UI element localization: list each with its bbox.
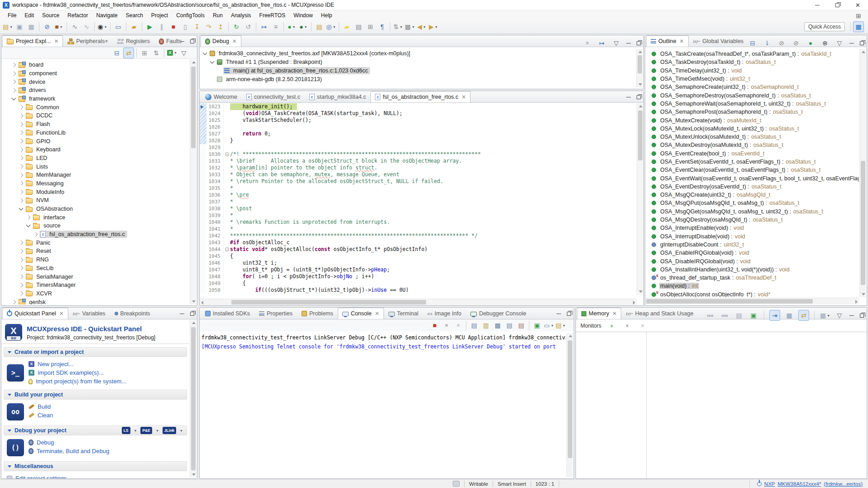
quickstart-build[interactable]: Build <box>29 403 53 410</box>
code-line-1029[interactable]: 1029 <box>200 144 637 151</box>
explorer-item-framework[interactable]: framework <box>1 95 189 103</box>
explorer-item-gpio[interactable]: GPIO <box>1 137 189 145</box>
menu-navigate[interactable]: Navigate <box>92 11 121 19</box>
quickstart-tab-breakpoints[interactable]: Breakpoints <box>110 308 155 319</box>
console-scrollbar[interactable] <box>566 333 573 477</box>
menu-refactor[interactable]: Refactor <box>63 11 92 19</box>
explorer-item-keyboard[interactable]: Keyboard <box>1 145 189 154</box>
explorer-item-source[interactable]: source <box>1 222 189 230</box>
explorer-view-menu-button[interactable]: ▽ <box>178 48 189 58</box>
memory-link-tree-button[interactable]: ⇥ <box>769 310 780 321</box>
toolbar-terminate-button[interactable]: ■ <box>168 21 179 32</box>
toolbar-mark-occurrences-button[interactable]: ▰ <box>341 21 352 32</box>
toolbar-sort-lines-button[interactable]: ⇅▼ <box>393 21 403 32</box>
outline-item-osa-semaphoredestroy-osasemaphoreid-t-[interactable]: OSA_SemaphoreDestroy(osaSemaphoreId_t) :… <box>645 91 859 99</box>
console-tab-debugger-console[interactable]: Debugger Console <box>466 308 531 319</box>
toolbar-relaunch-button[interactable]: ↺ <box>243 21 254 32</box>
editor-hscrollbar[interactable] <box>200 299 637 305</box>
chevron-right-icon[interactable] <box>19 291 24 296</box>
chevron-right-icon[interactable] <box>19 114 24 118</box>
toolbar-open-element-button[interactable]: ▤ <box>314 21 325 32</box>
chevron-right-icon[interactable] <box>19 122 24 126</box>
explorer-item-messaging[interactable]: Messaging <box>1 179 189 188</box>
console-tab-image-info[interactable]: 010Image Info <box>423 308 466 319</box>
minimize-view-icon[interactable] <box>625 93 632 101</box>
toolbar-instruction-stepping-button[interactable]: ↦ <box>259 21 269 32</box>
outline-item-ginterruptdisablecount[interactable]: gInterruptDisableCount : uint32_t <box>645 241 859 249</box>
section-miscellaneous[interactable]: Miscellaneous <box>4 461 187 471</box>
memory-add-monitor-button[interactable]: + <box>606 320 617 331</box>
code-editor[interactable]: 1023 hardware_init();1024 (void)OSA_Task… <box>200 103 637 295</box>
project-tree-scrollbar[interactable] <box>190 59 197 304</box>
section-debug-your-project[interactable]: Debug your projectLS▼P&E▼JLink▼ <box>4 425 187 435</box>
close-tab-icon[interactable]: ✕ <box>680 38 684 44</box>
device-link[interactable]: MKW38A512xxx4* <box>777 481 821 487</box>
code-line-1039[interactable]: 1039* <box>200 212 637 219</box>
outline-item-osa-interruptdisable-void-[interactable]: OSA_InterruptDisable(void) : void <box>645 232 859 241</box>
quickstart-tab-variables[interactable]: (x)=Variables <box>68 308 110 319</box>
outline-item-osa-semaphorecreate-uint32-t-[interactable]: OSA_SemaphoreCreate(uint32_t) : osaSemap… <box>645 83 859 91</box>
probe-pe-button[interactable]: P&E <box>140 427 152 434</box>
toolbar-save-all-button[interactable]: ▦ <box>26 21 37 32</box>
chevron-down-icon[interactable] <box>203 50 207 55</box>
code-line-1025[interactable]: 1025 vTaskStartScheduler(); <box>200 117 637 124</box>
console-open-console-button[interactable]: ▤▼ <box>555 320 566 331</box>
outline-item-osa-eventclear-osaeventid-t-osaeventflag[interactable]: OSA_EventClear(osaEventId_t, osaEventFla… <box>645 166 859 174</box>
outline-item-os-thread-def-startup-task[interactable]: Sos_thread_def_startup_task : osaThreadD… <box>645 274 859 282</box>
code-line-1024[interactable]: 1024 (void)OSA_TaskCreate(OSA_TASK(start… <box>200 110 637 117</box>
close-tab-icon[interactable]: ✕ <box>59 310 64 317</box>
probe-ls-button[interactable]: LS <box>122 427 130 434</box>
section-build-your-project[interactable]: Build your project <box>4 390 187 400</box>
outline-item-osa-msgqput-osamsgqid-t-osamsg-t-[interactable]: OSA_MsgQPut(osaMsgQId_t, osaMsg_t) : osa… <box>645 199 859 207</box>
explorer-link-with-editor-button[interactable]: ⇄ <box>123 48 134 58</box>
toolbar-skip-all-breakpoints-button[interactable]: ⊘ <box>42 21 53 32</box>
memory-tab-heap-and-stack-usage[interactable]: (x)=Heap and Stack Usage <box>621 308 698 319</box>
outline-item-osa-timedelay-uint32-t-[interactable]: OSA_TimeDelay(uint32_t) : void <box>645 67 859 75</box>
console-terminate-button[interactable]: ■ <box>429 320 440 331</box>
explorer-item-component[interactable]: component <box>1 69 189 78</box>
toolbar-resume-button[interactable]: ▶ <box>144 21 155 32</box>
memory-hex-render-2-button[interactable]: 1010 <box>719 310 730 321</box>
explorer-item-drivers[interactable]: drivers <box>1 86 189 95</box>
menu-window[interactable]: Window <box>289 11 317 19</box>
chevron-right-icon[interactable] <box>19 275 24 279</box>
toolbar-annotations-button[interactable]: ▤ <box>353 21 364 32</box>
project-link[interactable]: (frdmkw...eertos) <box>824 481 863 487</box>
console-tab-console[interactable]: Console✕ <box>338 308 384 319</box>
toolbar-grid-view-button[interactable]: ⊞ <box>365 21 376 32</box>
code-line-1037[interactable]: 1037* <box>200 198 637 205</box>
menu-run[interactable]: Run <box>209 11 227 19</box>
explorer-item-functionlib[interactable]: FunctionLib <box>1 129 189 137</box>
console-tab-properties[interactable]: Properties <box>254 308 297 319</box>
chevron-down-icon[interactable] <box>12 96 16 101</box>
toolbar-show-whitespace-button[interactable]: ¶ <box>377 21 388 32</box>
memory-new-rendering-button[interactable]: ▤ <box>734 310 744 321</box>
quickstart-import-project-s-from-file-system[interactable]: Import project(s) from file system... <box>29 378 126 385</box>
outline-item-osa-disableirqglobal-void-[interactable]: OSA_DisableIRQGlobal(void) : void <box>645 257 859 265</box>
outline-sort-button[interactable]: ⇂ <box>762 38 772 48</box>
code-line-1046[interactable]: 1046 uint32_t i; <box>200 260 637 266</box>
explorer-collapse-all-button[interactable]: ⊟ <box>111 48 122 58</box>
outline-item-osa-eventset-osaeventid-t-osaeventflags-[interactable]: OSA_EventSet(osaEventId_t, osaEventFlags… <box>645 158 859 166</box>
console-scroll-lock-button[interactable]: ▥ <box>480 320 491 331</box>
console-display-console-button[interactable]: ▭▼ <box>543 320 554 331</box>
toolbar-profile-trace-button[interactable]: ∿ <box>69 21 80 32</box>
debug-tab-debug[interactable]: Debug✕ <box>201 35 241 47</box>
console-tab-terminal[interactable]: Terminal <box>384 308 423 319</box>
code-line-1028[interactable]: 1028} <box>200 137 637 144</box>
chevron-right-icon[interactable] <box>12 88 16 92</box>
chevron-right-icon[interactable] <box>12 80 16 84</box>
memory-view-menu-button[interactable]: ▽ <box>834 310 845 321</box>
chevron-right-icon[interactable] <box>19 257 24 262</box>
explorer-tab-registers[interactable]: 1010 0101Registers <box>113 35 154 47</box>
outline-item-osa-eventwait-osaeventid-t-osaeventflags[interactable]: OSA_EventWait(osaEventId_t, osaEventFlag… <box>645 174 859 182</box>
outline-item-main-void-[interactable]: main(void) : int <box>645 282 859 290</box>
editor-tab-fsl-os-abstraction-free-rtos-c[interactable]: cfsl_os_abstraction_free_rtos.c✕ <box>370 91 470 102</box>
code-line-1049[interactable]: 1049 { <box>200 280 637 287</box>
chevron-right-icon[interactable] <box>19 181 24 186</box>
toolbar-layout-button[interactable]: ▦▼ <box>404 21 415 32</box>
toolbar-back-button[interactable]: ◀▼ <box>416 21 427 32</box>
console-tab-installed-sdks[interactable]: Installed SDKs <box>201 308 254 319</box>
code-line-1027[interactable]: 1027 return 0; <box>200 130 637 137</box>
explorer-item-xcvr[interactable]: XCVR <box>1 290 189 298</box>
